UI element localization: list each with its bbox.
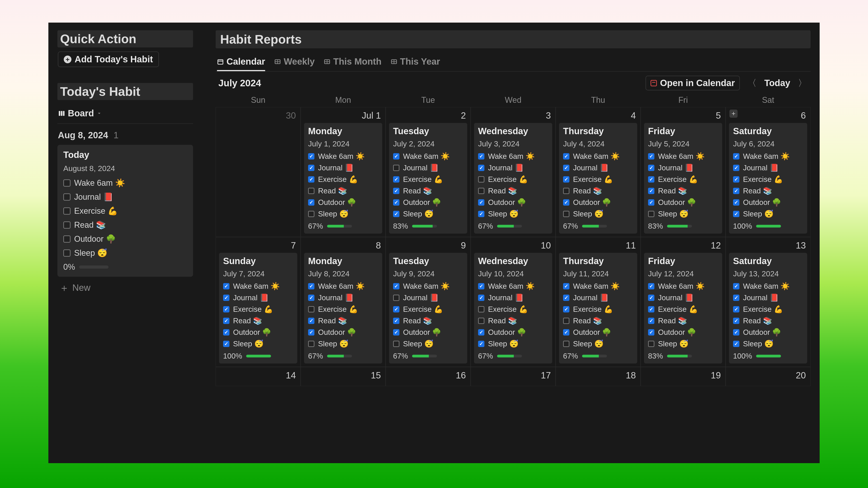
habit-checkbox[interactable]: ✓ xyxy=(648,329,654,335)
habit-checkbox[interactable]: ✓ xyxy=(478,199,485,205)
habit-outdoor[interactable]: ✓Outdoor 🌳 xyxy=(478,326,548,338)
habit-exercise[interactable]: Exercise 💪 xyxy=(478,303,548,315)
habit-journal[interactable]: ✓Journal 📕 xyxy=(648,162,718,173)
habit-outdoor[interactable]: ✓Outdoor 🌳 xyxy=(393,197,463,208)
habit-journal[interactable]: ✓Journal 📕 xyxy=(733,162,803,173)
habit-wake[interactable]: ✓Wake 6am ☀️ xyxy=(563,151,633,162)
habit-journal[interactable]: ✓Journal 📕 xyxy=(223,292,293,303)
habit-checkbox[interactable]: ✓ xyxy=(478,283,485,289)
calendar-cell[interactable]: Jul 1MondayJuly 1, 2024✓Wake 6am ☀️✓Jour… xyxy=(301,107,385,237)
habit-wake[interactable]: ✓Wake 6am ☀️ xyxy=(478,151,548,162)
habit-checkbox[interactable] xyxy=(563,341,569,347)
habit-checkbox[interactable]: ✓ xyxy=(223,341,229,347)
habit-checkbox[interactable] xyxy=(308,306,314,313)
habit-checkbox[interactable]: ✓ xyxy=(308,199,314,205)
habit-checkbox[interactable]: ✓ xyxy=(563,176,569,183)
habit-checkbox[interactable]: ✓ xyxy=(648,295,654,301)
habit-wake[interactable]: ✓Wake 6am ☀️ xyxy=(563,281,633,292)
habit-wake[interactable]: Wake 6am ☀️ xyxy=(63,176,187,190)
habit-checkbox[interactable]: ✓ xyxy=(648,176,654,183)
habit-checkbox[interactable]: ✓ xyxy=(478,295,485,301)
calendar-cell[interactable]: 17 xyxy=(471,367,556,386)
habit-checkbox[interactable]: ✓ xyxy=(733,329,739,335)
habit-exercise[interactable]: ✓Exercise 💪 xyxy=(648,173,718,185)
habit-outdoor[interactable]: ✓Outdoor 🌳 xyxy=(478,197,548,208)
habit-read[interactable]: ✓Read 📚 xyxy=(393,185,463,197)
habit-checkbox[interactable]: ✓ xyxy=(648,306,654,313)
calendar-cell[interactable]: 15 xyxy=(301,367,385,386)
calendar-cell[interactable]: 11ThursdayJuly 11, 2024✓Wake 6am ☀️✓Jour… xyxy=(556,237,641,367)
habit-sleep[interactable]: Sleep 😴 xyxy=(393,338,463,350)
habit-checkbox[interactable]: ✓ xyxy=(223,283,229,289)
habit-checkbox[interactable]: ✓ xyxy=(393,176,399,183)
habit-sleep[interactable]: Sleep 😴 xyxy=(308,338,378,350)
habit-checkbox[interactable]: ✓ xyxy=(308,283,314,289)
habit-outdoor[interactable]: ✓Outdoor 🌳 xyxy=(733,326,803,338)
habit-checkbox[interactable]: ✓ xyxy=(563,306,569,313)
today-button[interactable]: Today xyxy=(764,78,790,88)
habit-checkbox[interactable]: ✓ xyxy=(223,295,229,301)
habit-outdoor[interactable]: ✓Outdoor 🌳 xyxy=(563,197,633,208)
habit-checkbox[interactable]: ✓ xyxy=(223,318,229,324)
habit-checkbox[interactable]: ✓ xyxy=(733,306,739,313)
habit-exercise[interactable]: Exercise 💪 xyxy=(478,173,548,185)
calendar-cell[interactable]: 3WednesdayJuly 3, 2024✓Wake 6am ☀️✓Journ… xyxy=(471,107,556,237)
habit-read[interactable]: ✓Read 📚 xyxy=(733,185,803,197)
habit-sleep[interactable]: ✓Sleep 😴 xyxy=(478,208,548,220)
day-card[interactable]: SaturdayJuly 6, 2024✓Wake 6am ☀️✓Journal… xyxy=(729,123,807,234)
calendar-cell[interactable]: +6SaturdayJuly 6, 2024✓Wake 6am ☀️✓Journ… xyxy=(725,107,811,237)
calendar-cell[interactable]: 14 xyxy=(216,367,301,386)
habit-read[interactable]: Read 📚 xyxy=(63,218,187,232)
day-card[interactable]: ThursdayJuly 4, 2024✓Wake 6am ☀️✓Journal… xyxy=(559,123,637,234)
habit-outdoor[interactable]: ✓Outdoor 🌳 xyxy=(308,197,378,208)
habit-exercise[interactable]: ✓Exercise 💪 xyxy=(733,173,803,185)
habit-checkbox[interactable] xyxy=(393,341,399,347)
habit-checkbox[interactable]: ✓ xyxy=(393,329,399,335)
habit-outdoor[interactable]: ✓Outdoor 🌳 xyxy=(733,197,803,208)
add-todays-habit-button[interactable]: + Add Today's Habit xyxy=(58,52,159,67)
habit-exercise[interactable]: ✓Exercise 💪 xyxy=(733,303,803,315)
day-card[interactable]: MondayJuly 8, 2024✓Wake 6am ☀️✓Journal 📕… xyxy=(304,253,382,363)
habit-checkbox[interactable]: ✓ xyxy=(733,211,739,217)
habit-checkbox[interactable]: ✓ xyxy=(393,318,399,324)
habit-checkbox[interactable]: ✓ xyxy=(478,165,485,171)
habit-checkbox[interactable] xyxy=(648,211,654,217)
calendar-cell[interactable]: 10WednesdayJuly 10, 2024✓Wake 6am ☀️✓Jou… xyxy=(471,237,556,367)
habit-sleep[interactable]: Sleep 😴 xyxy=(308,208,378,220)
habit-outdoor[interactable]: ✓Outdoor 🌳 xyxy=(563,326,633,338)
habit-checkbox[interactable]: ✓ xyxy=(308,318,314,324)
habit-checkbox[interactable] xyxy=(63,207,70,215)
habit-checkbox[interactable] xyxy=(393,295,399,301)
habit-outdoor[interactable]: ✓Outdoor 🌳 xyxy=(308,326,378,338)
calendar-cell[interactable]: 9TuesdayJuly 9, 2024✓Wake 6am ☀️Journal … xyxy=(385,237,471,367)
habit-checkbox[interactable]: ✓ xyxy=(563,329,569,335)
habit-exercise[interactable]: ✓Exercise 💪 xyxy=(223,303,293,315)
habit-checkbox[interactable]: ✓ xyxy=(648,283,654,289)
habit-journal[interactable]: ✓Journal 📕 xyxy=(478,292,548,303)
habit-checkbox[interactable]: ✓ xyxy=(223,329,229,335)
habit-read[interactable]: ✓Read 📚 xyxy=(648,185,718,197)
habit-checkbox[interactable]: ✓ xyxy=(563,153,569,160)
habit-checkbox[interactable]: ✓ xyxy=(563,165,569,171)
habit-checkbox[interactable]: ✓ xyxy=(478,211,485,217)
tab-this-month[interactable]: This Month xyxy=(324,54,381,71)
tab-weekly[interactable]: Weekly xyxy=(274,54,315,71)
habit-checkbox[interactable]: ✓ xyxy=(223,306,229,313)
habit-checkbox[interactable]: ✓ xyxy=(733,318,739,324)
habit-checkbox[interactable]: ✓ xyxy=(308,295,314,301)
habit-sleep[interactable]: ✓Sleep 😴 xyxy=(733,208,803,220)
habit-checkbox[interactable] xyxy=(478,188,485,194)
day-card[interactable]: TuesdayJuly 2, 2024✓Wake 6am ☀️Journal 📕… xyxy=(389,123,467,234)
habit-journal[interactable]: ✓Journal 📕 xyxy=(563,292,633,303)
habit-sleep[interactable]: Sleep 😴 xyxy=(648,338,718,350)
habit-journal[interactable]: ✓Journal 📕 xyxy=(478,162,548,173)
habit-exercise[interactable]: Exercise 💪 xyxy=(63,204,187,218)
habit-checkbox[interactable] xyxy=(308,341,314,347)
habit-outdoor[interactable]: ✓Outdoor 🌳 xyxy=(648,197,718,208)
habit-checkbox[interactable] xyxy=(563,318,569,324)
habit-checkbox[interactable]: ✓ xyxy=(308,153,314,160)
habit-checkbox[interactable] xyxy=(563,211,569,217)
view-selector[interactable]: Board xyxy=(57,104,193,124)
habit-checkbox[interactable]: ✓ xyxy=(733,199,739,205)
habit-checkbox[interactable] xyxy=(63,235,70,242)
